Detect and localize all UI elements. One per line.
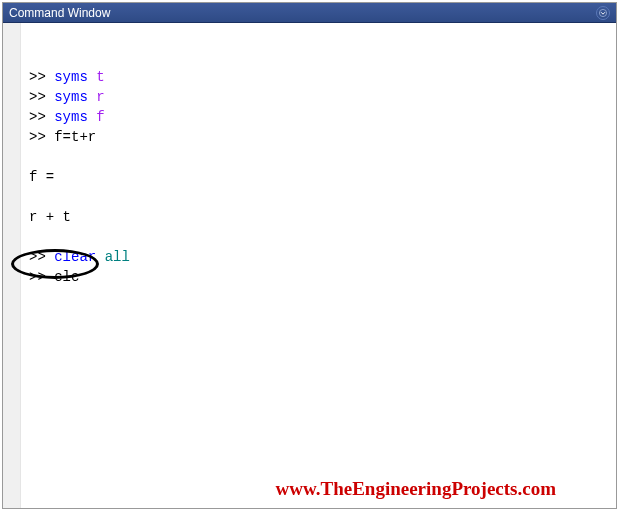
command-window: Command Window >> syms t>> syms r>> syms… — [2, 2, 617, 509]
svg-point-0 — [599, 9, 606, 16]
prompt: >> — [29, 269, 54, 285]
code-token: r + t — [29, 209, 71, 225]
code-line — [29, 227, 608, 247]
code-token: f = — [29, 169, 54, 185]
code-token: f=t+r — [54, 129, 96, 145]
code-token: clear — [54, 249, 104, 265]
prompt: >> — [29, 89, 54, 105]
prompt: >> — [29, 249, 54, 265]
prompt: >> — [29, 129, 54, 145]
code-token — [29, 149, 37, 165]
titlebar: Command Window — [3, 3, 616, 23]
code-line: >> syms t — [29, 67, 608, 87]
code-line — [29, 147, 608, 167]
code-line — [29, 187, 608, 207]
code-token — [29, 229, 37, 245]
watermark-text: www.TheEngineeringProjects.com — [276, 478, 556, 500]
code-line: f = — [29, 167, 608, 187]
code-line: r + t — [29, 207, 608, 227]
code-token: clc — [54, 269, 79, 285]
code-line: >> f=t+r — [29, 127, 608, 147]
code-token: r — [96, 89, 104, 105]
content-area: >> syms t>> syms r>> syms f>> f=t+r f = … — [3, 23, 616, 508]
code-token: syms — [54, 109, 96, 125]
prompt: >> — [29, 69, 54, 85]
code-line: >> clear all — [29, 247, 608, 267]
code-token: syms — [54, 89, 96, 105]
code-line: >> clc — [29, 267, 608, 287]
code-token — [29, 189, 37, 205]
code-token: t — [96, 69, 104, 85]
gutter — [3, 23, 21, 508]
code-token: f — [96, 109, 104, 125]
code-line: >> syms f — [29, 107, 608, 127]
prompt: >> — [29, 109, 54, 125]
code-token: all — [105, 249, 130, 265]
window-title: Command Window — [9, 6, 110, 20]
code-token: syms — [54, 69, 96, 85]
minimize-dropdown-button[interactable] — [596, 6, 610, 20]
chevron-down-icon — [599, 9, 607, 17]
code-line: >> syms r — [29, 87, 608, 107]
code-area[interactable]: >> syms t>> syms r>> syms f>> f=t+r f = … — [21, 23, 616, 508]
